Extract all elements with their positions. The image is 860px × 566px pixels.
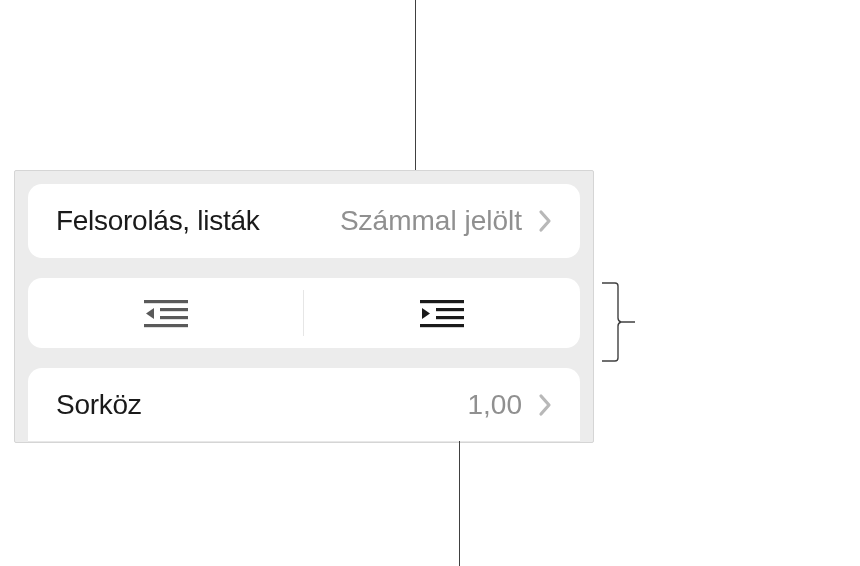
callout-line-bottom (459, 441, 460, 566)
indent-button[interactable] (304, 278, 580, 348)
line-spacing-value: 1,00 (468, 389, 523, 421)
outdent-button[interactable] (28, 278, 304, 348)
svg-rect-0 (144, 300, 188, 303)
svg-rect-6 (436, 308, 464, 311)
line-spacing-row[interactable]: Sorköz 1,00 (28, 368, 580, 442)
line-spacing-value-wrap: 1,00 (468, 389, 553, 421)
svg-marker-4 (146, 308, 154, 319)
svg-marker-9 (422, 308, 430, 319)
svg-rect-2 (160, 316, 188, 319)
svg-rect-1 (160, 308, 188, 311)
format-panel: Felsorolás, listák Számmal jelölt (14, 170, 594, 443)
line-spacing-label: Sorköz (56, 389, 141, 421)
callout-bracket-right (602, 282, 638, 362)
svg-rect-5 (420, 300, 464, 303)
indent-controls (28, 278, 580, 348)
svg-rect-8 (420, 324, 464, 327)
svg-rect-7 (436, 316, 464, 319)
bullets-lists-label: Felsorolás, listák (56, 205, 259, 237)
bullets-lists-row[interactable]: Felsorolás, listák Számmal jelölt (28, 184, 580, 258)
outdent-icon (144, 298, 188, 328)
chevron-right-icon (538, 393, 552, 417)
svg-rect-3 (144, 324, 188, 327)
bullets-lists-value-wrap: Számmal jelölt (340, 205, 552, 237)
indent-icon (420, 298, 464, 328)
chevron-right-icon (538, 209, 552, 233)
bullets-lists-value: Számmal jelölt (340, 205, 522, 237)
